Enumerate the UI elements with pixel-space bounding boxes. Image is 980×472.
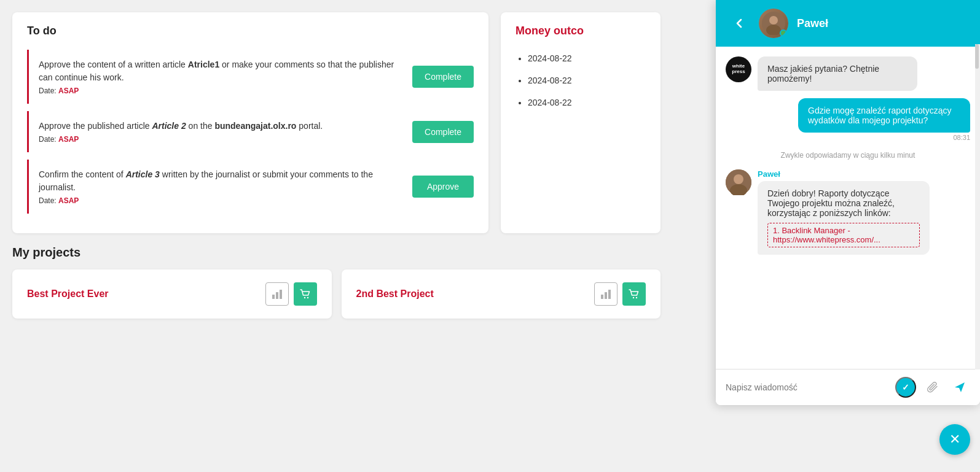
complete-button-1[interactable]: Complete: [412, 66, 474, 88]
svg-point-4: [307, 297, 308, 298]
todo-section: To do Approve the content of a written a…: [12, 12, 488, 233]
attach-icon: [927, 381, 939, 393]
svg-rect-2: [280, 290, 282, 299]
chat-agent-avatar: [759, 9, 788, 38]
message-agent-1: Paweł Dzień dobry! Raporty dotyczące Two…: [726, 169, 970, 255]
todo-item-2: Approve the published article Article 2 …: [27, 111, 474, 152]
chat-message-input[interactable]: [726, 382, 889, 392]
agent-name-label: Paweł: [758, 169, 930, 179]
chat-scrollbar[interactable]: [975, 44, 980, 369]
agent-message-content: Paweł Dzień dobry! Raporty dotyczące Two…: [758, 169, 930, 255]
article-link-3[interactable]: Article 3: [126, 169, 160, 179]
todo-item-1: Approve the content of a written article…: [27, 50, 474, 104]
portal-link[interactable]: bundeangajat.olx.ro: [214, 121, 296, 131]
project-2-actions: [594, 282, 646, 306]
chat-header: Paweł: [716, 0, 980, 47]
todo-item-3-date: Date: ASAP: [39, 196, 400, 205]
article-link-2[interactable]: Article 2: [152, 121, 186, 131]
money-outcomes-section: Money outco 2024-08-22 2024-08-22 2024-0…: [501, 12, 661, 233]
money-title: Money outco: [515, 25, 646, 37]
chat-send-button[interactable]: [949, 377, 970, 398]
scrollbar-thumb[interactable]: [975, 44, 979, 69]
agent-avatar: [726, 169, 751, 195]
todo-item-2-date: Date: ASAP: [39, 135, 400, 144]
project-card-2: 2nd Best Project: [342, 269, 661, 319]
send-icon: [954, 381, 966, 393]
chart-icon: [272, 288, 283, 300]
todo-item-2-text: Approve the published article Article 2 …: [39, 120, 400, 133]
cart-icon: [300, 288, 311, 300]
back-arrow-icon: [733, 17, 745, 29]
todo-item-3: Confirm the content of Article 3 written…: [27, 160, 474, 214]
project-1-cart-button[interactable]: [294, 282, 317, 306]
money-dates-list: 2024-08-22 2024-08-22 2024-08-22: [515, 47, 646, 114]
complete-button-2[interactable]: Complete: [412, 121, 474, 143]
svg-rect-6: [605, 292, 607, 299]
todo-item-1-text: Approve the content of a written article…: [39, 58, 400, 84]
projects-section: My projects Best Project Ever: [12, 246, 661, 319]
projects-title: My projects: [12, 246, 661, 260]
svg-point-3: [304, 297, 305, 298]
project-1-name: Best Project Ever: [27, 288, 109, 300]
approve-button-3[interactable]: Approve: [412, 176, 474, 198]
money-date-1: 2024-08-22: [528, 47, 646, 69]
message-user-1: Gdzie mogę znaleźć raport dotyczący wyda…: [726, 98, 970, 141]
svg-rect-5: [601, 295, 603, 299]
bot-message-text-1: Masz jakieś pytania? Chętnie pomożemy!: [758, 56, 917, 91]
project-2-chart-button[interactable]: [594, 282, 617, 306]
svg-point-11: [769, 16, 778, 25]
chat-messages-area[interactable]: whitepress Masz jakieś pytania? Chętnie …: [716, 47, 980, 369]
money-date-2: 2024-08-22: [528, 69, 646, 91]
money-date-3: 2024-08-22: [528, 91, 646, 114]
todo-item-1-date: Date: ASAP: [39, 87, 400, 95]
todo-title: To do: [27, 25, 474, 37]
projects-grid: Best Project Ever: [12, 269, 661, 319]
message-bot-1: whitepress Masz jakieś pytania? Chętnie …: [726, 56, 970, 91]
svg-rect-0: [272, 295, 275, 299]
chat-back-button[interactable]: [728, 15, 750, 32]
message-time-1: 08:31: [953, 134, 970, 141]
project-2-name: 2nd Best Project: [356, 288, 434, 300]
article-link-1[interactable]: Atricle1: [188, 60, 219, 69]
agent-avatar-image: [726, 169, 751, 195]
chart-icon-2: [600, 288, 611, 300]
svg-rect-7: [608, 290, 611, 299]
chat-check-button[interactable]: ✓: [895, 377, 916, 398]
close-icon: ✕: [949, 431, 960, 447]
svg-point-9: [636, 297, 637, 298]
svg-point-14: [734, 174, 743, 184]
chat-agent-name: Paweł: [797, 17, 828, 30]
svg-rect-1: [276, 292, 278, 299]
todo-item-3-text: Confirm the content of Article 3 written…: [39, 168, 400, 194]
online-indicator: [780, 29, 787, 37]
reply-hint: Zwykle odpowiadamy w ciągu kilku minut: [726, 149, 970, 162]
chat-input-area: ✓: [716, 369, 980, 405]
cart-icon-2: [629, 288, 640, 300]
check-icon: ✓: [902, 382, 909, 392]
agent-message-text-1: Dzień dobry! Raporty dotyczące Twojego p…: [758, 181, 930, 255]
link-preview-1[interactable]: 1. Backlink Manager - https://www.whitep…: [767, 223, 920, 247]
project-1-chart-button[interactable]: [265, 282, 289, 306]
chat-panel: Paweł whitepress Masz jakieś pytania? Ch…: [716, 0, 980, 405]
project-1-actions: [265, 282, 317, 306]
user-message-text-1: Gdzie mogę znaleźć raport dotyczący wyda…: [798, 98, 970, 133]
svg-point-8: [633, 297, 634, 298]
chat-attach-button[interactable]: [922, 377, 943, 398]
chat-close-button[interactable]: ✕: [939, 424, 970, 455]
project-2-cart-button[interactable]: [622, 282, 646, 306]
project-card-1: Best Project Ever: [12, 269, 332, 319]
bot-avatar: whitepress: [726, 56, 751, 82]
